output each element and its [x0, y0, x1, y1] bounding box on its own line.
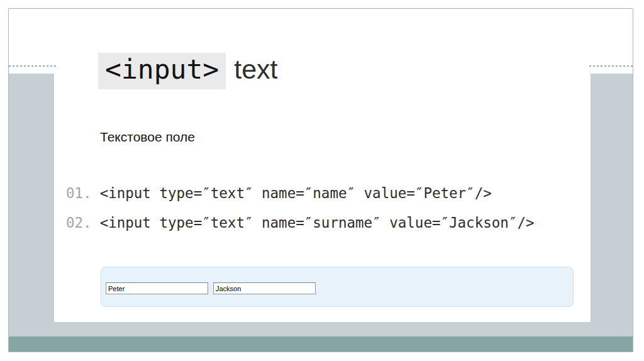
slide-title: <input> text [98, 53, 278, 89]
code-line-1: 01. <input type=″text″ name=″name″ value… [66, 186, 492, 201]
left-gray-panel [9, 74, 54, 338]
code-line-2: 02. <input type=″text″ name=″surname″ va… [66, 216, 535, 230]
name-text-input[interactable] [106, 282, 208, 294]
left-dashed-divider [9, 65, 56, 67]
bottom-gray-band [9, 322, 633, 336]
code-text-2: <input type=″text″ name=″surname″ value=… [100, 216, 535, 230]
right-dashed-divider [589, 65, 633, 67]
slide: <input> text Текстовое поле 01. <input t… [8, 8, 633, 352]
line-number-1: 01. [66, 186, 92, 201]
code-text-1: <input type=″text″ name=″name″ value=″Pe… [100, 186, 492, 201]
line-number-2: 02. [66, 216, 92, 230]
right-gray-panel [591, 74, 633, 338]
surname-text-input[interactable] [213, 282, 316, 294]
demo-panel [101, 267, 574, 307]
title-code-tag: <input> [98, 53, 226, 89]
title-suffix: text [234, 56, 277, 83]
bottom-teal-band [9, 336, 633, 352]
slide-subtitle: Текстовое поле [100, 130, 195, 145]
